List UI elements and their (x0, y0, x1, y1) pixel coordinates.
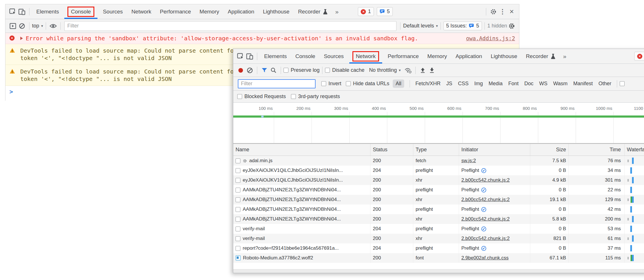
initiator-link[interactable]: 2.b00cc542.chunk.js:2 (461, 197, 510, 202)
kebab-menu-icon[interactable]: ⋮ (498, 7, 507, 16)
filter-type-doc[interactable]: Doc (524, 81, 533, 87)
blocked-requests-checkbox[interactable]: Blocked Requests (237, 94, 286, 100)
record-icon[interactable] (236, 66, 245, 75)
device-toolbar-icon[interactable] (245, 52, 254, 61)
row-checkbox[interactable] (236, 207, 240, 212)
table-row[interactable]: report?code=f29141bbe6e1964ca567691a... … (233, 243, 644, 253)
tab-recorder[interactable]: Recorder (294, 4, 332, 19)
throttling-dropdown[interactable]: No throttling▾ (369, 67, 401, 73)
table-row[interactable]: Roboto-Medium.a37786c2.woff2 200 font 2.… (233, 253, 644, 263)
row-checkbox[interactable] (236, 227, 240, 231)
expand-triangle-icon[interactable] (20, 37, 23, 40)
table-row[interactable]: adal.min.js 200 fetch sw.js:2 7.5 kB 76 … (233, 156, 644, 166)
initiator-link[interactable]: 2.b00cc542.chunk.js:2 (461, 236, 510, 241)
filter-type-media[interactable]: Media (489, 81, 503, 87)
header-type[interactable]: Type (413, 144, 459, 156)
third-party-requests-checkbox[interactable]: 3rd-party requests (291, 94, 340, 100)
tab-recorder[interactable]: Recorder (522, 49, 560, 63)
issues-counter[interactable]: 5 Issues: 5 (443, 21, 482, 30)
inspect-icon[interactable] (8, 7, 17, 16)
checkbox[interactable] (237, 94, 242, 99)
error-count-badge[interactable]: × 1 (358, 7, 374, 16)
initiator-link[interactable]: 2.b00cc542.chunk.js:2 (461, 216, 510, 222)
console-sidebar-icon[interactable] (8, 21, 17, 31)
issues-count-badge[interactable]: 5 (377, 7, 393, 16)
table-row[interactable]: AAMkADBjZTU4N2E2LTg3ZWYtNDBhNi04... 200 … (233, 204, 644, 214)
table-row[interactable]: verify-mail 200 xhr 2.b00cc542.chunk.js:… (233, 234, 644, 243)
table-row[interactable]: eyJ0eXAiOiJKV1QiLCJhbGciOiJSUzI1NiIsIn..… (233, 175, 644, 185)
row-checkbox[interactable] (236, 188, 240, 192)
header-size[interactable]: Size (530, 144, 569, 156)
preserve-log-checkbox[interactable]: Preserve log (284, 67, 320, 73)
tab-console[interactable]: Console (291, 49, 320, 63)
tab-elements[interactable]: Elements (32, 4, 63, 19)
more-tabs-button[interactable]: » (560, 49, 570, 63)
header-time[interactable]: Time (569, 144, 625, 156)
tab-network[interactable]: Network (127, 4, 156, 19)
header-initiator[interactable]: Initiator (459, 144, 530, 156)
table-row[interactable]: AAMkADBjZTU4N2E2LTg3ZWYtNDBhNi04... 200 … (233, 214, 644, 224)
tab-application[interactable]: Application (224, 4, 259, 19)
eye-icon[interactable] (49, 21, 58, 31)
initiator-link[interactable]: 2.9be002af.chunk.css (461, 255, 509, 261)
checkbox[interactable] (321, 81, 326, 86)
clear-console-icon[interactable] (17, 21, 27, 31)
row-checkbox[interactable] (236, 217, 240, 222)
filter-type-img[interactable]: Img (474, 81, 483, 87)
preflight-icon[interactable] (481, 246, 487, 251)
row-checkbox[interactable] (236, 236, 240, 241)
tab-sources[interactable]: Sources (99, 4, 127, 19)
header-waterfall[interactable]: Waterfall (625, 144, 644, 156)
header-status[interactable]: Status (370, 144, 413, 156)
row-checkbox[interactable] (236, 246, 240, 251)
console-filter-input[interactable] (64, 21, 397, 31)
table-row[interactable]: eyJ0eXAiOiJKV1QiLCJhbGciOiJSUzI1NiIsIn..… (233, 166, 644, 175)
row-checkbox[interactable] (236, 158, 240, 163)
initiator-link[interactable]: sw.js:2 (461, 158, 476, 164)
tab-memory[interactable]: Memory (423, 49, 451, 63)
tab-console[interactable]: Console (63, 4, 99, 19)
row-checkbox[interactable] (236, 178, 240, 183)
preflight-icon[interactable] (481, 207, 487, 212)
filter-type-all[interactable]: All (393, 80, 404, 88)
tab-elements[interactable]: Elements (260, 49, 291, 63)
filter-funnel-icon[interactable] (260, 66, 269, 75)
close-icon[interactable]: × (507, 7, 516, 16)
header-name[interactable]: Name (233, 144, 370, 156)
table-row[interactable]: verify-mail 204 preflight Preflight 0 B … (233, 224, 644, 234)
checkbox[interactable] (325, 68, 330, 73)
filter-type-js[interactable]: JS (446, 81, 452, 87)
table-row[interactable]: AAMkADBjZTU4N2E2LTg3ZWYtNDBhNi04... 200 … (233, 195, 644, 204)
checkbox[interactable] (346, 81, 351, 86)
checkbox[interactable] (291, 94, 296, 99)
preflight-icon[interactable] (481, 187, 487, 193)
checkbox[interactable] (284, 68, 288, 73)
network-overview-timeline[interactable]: 100 ms 200 ms 300 ms 400 ms 500 ms 600 m… (233, 103, 644, 143)
tab-performance[interactable]: Performance (383, 49, 423, 63)
filter-type-css[interactable]: CSS (458, 81, 468, 87)
log-levels-dropdown[interactable]: Default levels▾ (403, 23, 438, 29)
filter-type-font[interactable]: Font (508, 81, 519, 87)
more-tabs-button[interactable]: » (332, 4, 342, 19)
settings-gear-icon[interactable] (489, 7, 498, 16)
initiator-link[interactable]: 2.b00cc542.chunk.js:2 (461, 177, 510, 183)
filter-type-other[interactable]: Other (599, 81, 611, 87)
inspect-icon[interactable] (236, 52, 245, 61)
blocked-cookies-checkbox[interactable] (620, 81, 625, 86)
error-count-badge[interactable]: × 1 (634, 52, 644, 61)
invert-checkbox[interactable]: Invert (321, 81, 341, 87)
filter-type-wasm[interactable]: Wasm (553, 81, 567, 87)
tab-lighthouse[interactable]: Lighthouse (259, 4, 294, 19)
error-source-link[interactable]: owa.Addins.js:2 (466, 35, 515, 42)
filter-type-ws[interactable]: WS (539, 81, 547, 87)
row-checkbox[interactable] (236, 168, 240, 173)
table-row[interactable]: AAMkADBjZTU4N2E2LTg3ZWYtNDBhNi04... 200 … (233, 185, 644, 195)
network-conditions-icon[interactable] (404, 66, 413, 75)
context-selector[interactable]: top▾ (32, 23, 43, 29)
tab-memory[interactable]: Memory (195, 4, 224, 19)
tab-application[interactable]: Application (451, 49, 487, 63)
filter-type-fetch-xhr[interactable]: Fetch/XHR (415, 81, 440, 87)
clear-network-icon[interactable] (245, 66, 254, 75)
filter-type-manifest[interactable]: Manifest (573, 81, 593, 87)
tab-network[interactable]: Network (348, 49, 384, 63)
